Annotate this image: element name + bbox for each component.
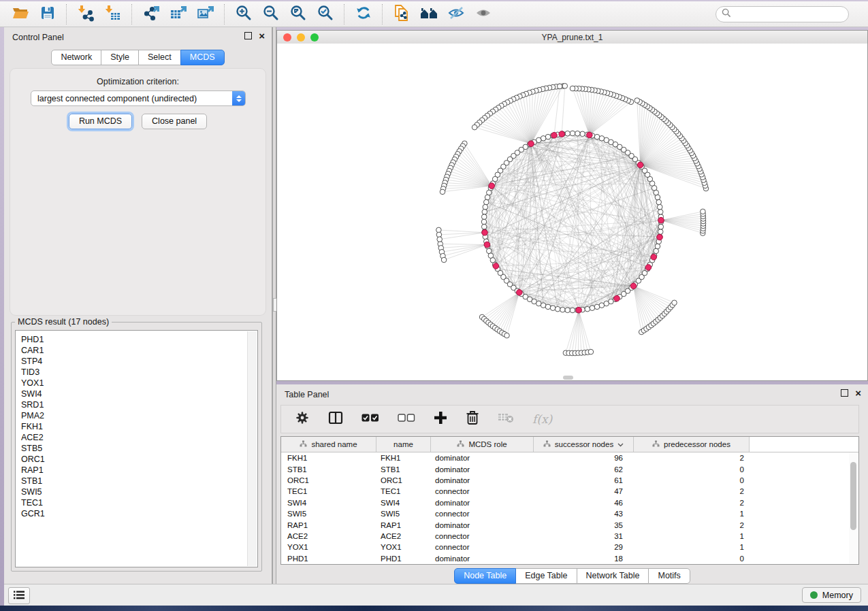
cell: SWI4 bbox=[376, 499, 431, 507]
select-all-rows-button[interactable] bbox=[361, 413, 379, 425]
zoom-selected-button[interactable] bbox=[312, 3, 339, 25]
cell: RAP1 bbox=[376, 521, 431, 529]
mcds-result-item[interactable]: SWI5 bbox=[17, 486, 246, 497]
open-session-button[interactable] bbox=[7, 3, 34, 25]
mcds-result-item[interactable]: FKH1 bbox=[17, 421, 246, 432]
table-tab-motifs[interactable]: Motifs bbox=[648, 568, 690, 584]
close-table-panel-icon[interactable]: × bbox=[855, 390, 861, 397]
column-label: name bbox=[393, 440, 413, 448]
zoom-out-button[interactable] bbox=[257, 3, 285, 25]
function-builder-button-disabled[interactable]: f(x) bbox=[532, 412, 552, 426]
run-mcds-button[interactable]: Run MCDS bbox=[69, 114, 132, 129]
network-window-title: YPA_prune.txt_1 bbox=[277, 33, 867, 42]
tab-mcds[interactable]: MCDS bbox=[180, 50, 225, 65]
column-header-predecessor-nodes[interactable]: predecessor nodes bbox=[634, 437, 750, 452]
table-row-PHD1[interactable]: PHD1PHD1dominator180 bbox=[281, 553, 858, 564]
search-input[interactable] bbox=[735, 9, 843, 20]
mcds-result-item[interactable]: SRD1 bbox=[17, 399, 246, 410]
table-scrollbar-thumb[interactable] bbox=[850, 462, 856, 530]
cell: connector bbox=[431, 543, 534, 551]
close-panel-icon[interactable]: × bbox=[259, 33, 265, 39]
hide-selected-button[interactable] bbox=[443, 3, 470, 25]
tab-style[interactable]: Style bbox=[101, 50, 139, 65]
table-tab-edge-table[interactable]: Edge Table bbox=[515, 568, 577, 584]
column-header-successor-nodes[interactable]: successor nodes bbox=[534, 437, 634, 452]
export-table-button[interactable] bbox=[165, 3, 192, 25]
table-tab-node-table[interactable]: Node Table bbox=[454, 568, 516, 584]
search-box[interactable] bbox=[716, 6, 849, 22]
cell: YOX1 bbox=[281, 543, 376, 551]
mcds-result-item[interactable]: STB5 bbox=[17, 443, 246, 454]
network-canvas[interactable] bbox=[277, 44, 867, 380]
export-network-button[interactable] bbox=[138, 3, 165, 25]
mcds-list-scrollbar[interactable] bbox=[247, 331, 257, 566]
table-row-TEC1[interactable]: TEC1TEC1connector472 bbox=[281, 486, 858, 497]
mcds-result-list[interactable]: PHD1CAR1STP4TID3YOX1SWI4SRD1PMA2FKH1ACE2… bbox=[15, 330, 258, 567]
mcds-result-item[interactable]: STB1 bbox=[17, 476, 246, 486]
mcds-result-item[interactable]: GCR1 bbox=[17, 508, 246, 519]
optimization-criterion-select[interactable]: largest connected component (undirected) bbox=[31, 90, 246, 106]
new-network-from-selection-button[interactable] bbox=[388, 3, 415, 25]
table-options-gear-button[interactable] bbox=[295, 410, 310, 428]
mcds-result-item[interactable]: RAP1 bbox=[17, 465, 246, 476]
create-column-button[interactable] bbox=[434, 411, 447, 427]
mcds-result-item[interactable]: ORC1 bbox=[17, 454, 246, 465]
list-icon bbox=[14, 590, 25, 602]
table-row-SWI5[interactable]: SWI5SWI5connector431 bbox=[281, 508, 858, 519]
export-image-button[interactable] bbox=[192, 3, 219, 25]
task-history-button[interactable] bbox=[8, 587, 30, 604]
mcds-result-item[interactable]: YOX1 bbox=[17, 378, 246, 389]
apply-layout-button[interactable] bbox=[350, 3, 377, 25]
table-toolbar: f(x) bbox=[280, 405, 859, 433]
table-tab-network-table[interactable]: Network Table bbox=[577, 568, 649, 584]
float-panel-button[interactable] bbox=[244, 32, 252, 39]
delete-columns-button[interactable] bbox=[466, 410, 479, 428]
refresh-layout-icon bbox=[355, 4, 372, 24]
cell: dominator bbox=[431, 454, 534, 462]
toolbar-separator bbox=[344, 4, 345, 24]
network-graph[interactable] bbox=[277, 44, 867, 380]
zoom-in-button[interactable] bbox=[230, 3, 257, 25]
table-row-ACE2[interactable]: ACE2ACE2connector311 bbox=[281, 531, 858, 542]
mcds-result-item[interactable]: STP4 bbox=[17, 356, 246, 367]
export-network-icon bbox=[142, 4, 161, 24]
network-hscroll-thumb[interactable] bbox=[563, 376, 573, 380]
close-panel-button[interactable]: Close panel bbox=[142, 114, 207, 129]
cell: FKH1 bbox=[376, 454, 431, 462]
import-table-button[interactable] bbox=[99, 3, 127, 25]
mcds-result-item[interactable]: PHD1 bbox=[17, 334, 246, 345]
show-all-button[interactable] bbox=[470, 3, 497, 25]
column-label: predecessor nodes bbox=[664, 440, 730, 448]
memory-button[interactable]: Memory bbox=[802, 587, 861, 603]
table-row-FKH1[interactable]: FKH1FKH1dominator962 bbox=[281, 452, 858, 463]
table-row-YOX1[interactable]: YOX1YOX1connector291 bbox=[281, 542, 858, 552]
float-table-panel-button[interactable] bbox=[841, 389, 848, 397]
mcds-result-item[interactable]: CAR1 bbox=[17, 345, 246, 356]
column-header-MCDS-role[interactable]: MCDS role bbox=[431, 437, 534, 452]
table-row-ORC1[interactable]: ORC1ORC1dominator610 bbox=[281, 475, 858, 486]
delete-table-button-disabled[interactable] bbox=[498, 412, 514, 427]
table-row-RAP1[interactable]: RAP1RAP1dominator352 bbox=[281, 519, 858, 530]
mcds-result-item[interactable]: ACE2 bbox=[17, 432, 246, 443]
tab-select[interactable]: Select bbox=[138, 50, 181, 65]
mcds-result-item[interactable]: TEC1 bbox=[17, 497, 246, 508]
column-header-shared-name[interactable]: shared name bbox=[281, 437, 376, 452]
clear-selection-button[interactable] bbox=[398, 413, 415, 425]
table-scrollbar[interactable] bbox=[849, 452, 858, 563]
network-window-titlebar[interactable]: YPA_prune.txt_1 bbox=[277, 31, 867, 44]
first-neighbors-button[interactable] bbox=[415, 3, 443, 25]
memory-label: Memory bbox=[822, 591, 853, 600]
table-row-SWI4[interactable]: SWI4SWI4dominator462 bbox=[281, 497, 858, 508]
save-session-button[interactable] bbox=[34, 3, 61, 25]
mcds-result-item[interactable]: TID3 bbox=[17, 367, 246, 378]
status-bar: Memory bbox=[4, 584, 868, 606]
table-row-STB1[interactable]: STB1STB1dominator620 bbox=[281, 463, 858, 474]
zoom-fit-button[interactable] bbox=[285, 3, 312, 25]
cell: 1 bbox=[634, 543, 750, 551]
import-network-button[interactable] bbox=[72, 3, 99, 25]
show-column-panel-button[interactable] bbox=[328, 411, 343, 427]
tab-network[interactable]: Network bbox=[51, 50, 101, 65]
mcds-result-item[interactable]: PMA2 bbox=[17, 410, 246, 421]
mcds-result-item[interactable]: SWI4 bbox=[17, 389, 246, 399]
column-header-name[interactable]: name bbox=[376, 437, 431, 452]
